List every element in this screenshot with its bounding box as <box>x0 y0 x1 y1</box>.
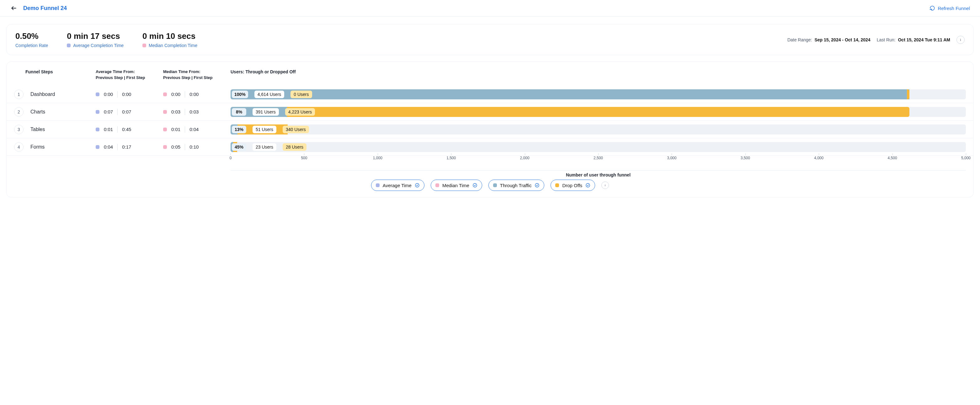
table-row: 4 Forms 0:040:17 0:050:10 45% 23 Users 2… <box>6 138 974 156</box>
dropoff-swatch-icon <box>555 183 559 187</box>
funnel-bar[interactable]: 8% 391 Users 4,223 Users <box>231 107 966 117</box>
avg-dot-icon <box>95 110 99 114</box>
dropoff-users-badge: 4,223 Users <box>285 108 315 116</box>
median-time-cell: 0:050:10 <box>163 144 231 150</box>
axis-label: Number of user through funnel <box>566 172 630 178</box>
funnel-bar[interactable]: 100% 4,614 Users 0 Users <box>231 89 966 99</box>
column-header-users: Users: Through or Dropped Off <box>231 69 966 80</box>
median-time-cell: 0:000:00 <box>163 91 231 97</box>
page-title: Demo Funnel 24 <box>23 5 67 11</box>
svg-point-6 <box>586 183 590 187</box>
top-bar: Demo Funnel 24 Refresh Funnel <box>0 0 980 17</box>
check-circle-icon <box>473 183 477 188</box>
legend-label: Median Time <box>442 183 469 188</box>
avg-time-cell: 0:070:07 <box>95 109 163 115</box>
info-icon <box>958 38 963 42</box>
legend-chip-through-traffic[interactable]: Through Traffic <box>488 179 544 191</box>
median-completion-label: Median Completion Time <box>149 43 197 48</box>
avg-dot-icon <box>95 127 99 131</box>
arrow-left-icon <box>11 5 17 11</box>
check-circle-icon <box>415 183 420 188</box>
through-swatch-icon <box>493 183 497 187</box>
step-number: 4 <box>14 142 24 152</box>
column-header-avg-time: Average Time From: Previous Step | First… <box>95 69 163 80</box>
users-bar-cell: 45% 23 Users 28 Users <box>231 141 966 153</box>
info-icon <box>603 183 607 187</box>
last-run-label: Last Run: <box>877 37 896 42</box>
avg-completion-metric: 0 min 17 secs Average Completion Time <box>67 31 124 48</box>
svg-point-5 <box>535 183 539 187</box>
legend-label: Drop Offs <box>562 183 582 188</box>
users-bar-cell: 13% 51 Users 340 Users <box>231 123 966 136</box>
funnel-bar[interactable]: 45% 23 Users 28 Users <box>231 142 966 152</box>
funnel-bar[interactable]: 13% 51 Users 340 Users <box>231 124 966 135</box>
avg-time-cell: 0:000:00 <box>95 91 163 97</box>
check-circle-icon <box>535 183 539 188</box>
through-percent-badge: 45% <box>232 143 246 151</box>
table-header: Funnel Steps Average Time From: Previous… <box>6 62 974 86</box>
legend-chip-drop-offs[interactable]: Drop Offs <box>550 179 595 191</box>
refresh-icon <box>929 5 935 11</box>
legend-chip-median-time[interactable]: Median Time <box>431 179 482 191</box>
avg-swatch-icon <box>376 183 380 187</box>
avg-completion-value: 0 min 17 secs <box>67 31 124 41</box>
users-bar-cell: 8% 391 Users 4,223 Users <box>231 106 966 118</box>
dropoff-users-badge: 340 Users <box>283 126 309 133</box>
svg-point-4 <box>473 183 477 187</box>
median-dot-icon <box>163 127 167 131</box>
step-number: 2 <box>14 107 24 117</box>
legend-row: Average Time Median Time Through Traffic… <box>6 179 974 191</box>
avg-time-cell: 0:010:45 <box>95 126 163 133</box>
step-name: Dashboard <box>30 92 55 97</box>
median-dot-icon <box>163 145 167 149</box>
step-name: Charts <box>30 109 45 115</box>
dropoff-users-badge: 28 Users <box>283 143 307 151</box>
date-range-label: Date Range: <box>788 37 812 42</box>
avg-dot-icon <box>67 44 71 47</box>
last-run-value: Oct 15, 2024 Tue 9:11 AM <box>898 37 950 42</box>
table-row: 2 Charts 0:070:07 0:030:03 8% 391 Users … <box>6 103 974 121</box>
median-dot-icon <box>142 44 146 47</box>
users-bar-cell: 100% 4,614 Users 0 Users <box>231 88 966 101</box>
funnel-table-card: Funnel Steps Average Time From: Previous… <box>6 62 974 197</box>
median-completion-value: 0 min 10 secs <box>142 31 197 41</box>
through-users-badge: 4,614 Users <box>255 91 284 98</box>
median-dot-icon <box>163 92 167 96</box>
svg-point-3 <box>415 183 419 187</box>
dropoff-users-badge: 0 Users <box>291 91 312 98</box>
date-range-value: Sep 15, 2024 - Oct 14, 2024 <box>815 37 870 42</box>
through-percent-badge: 100% <box>232 91 248 98</box>
through-users-badge: 23 Users <box>253 143 276 151</box>
column-header-median-time: Median Time From: Previous Step | First … <box>163 69 231 80</box>
median-swatch-icon <box>436 183 439 187</box>
refresh-label: Refresh Funnel <box>938 6 970 11</box>
median-completion-metric: 0 min 10 secs Median Completion Time <box>142 31 197 48</box>
svg-point-2 <box>960 38 961 39</box>
summary-card: 0.50% Completion Rate 0 min 17 secs Aver… <box>6 24 974 55</box>
column-header-steps: Funnel Steps <box>14 69 95 80</box>
avg-dot-icon <box>95 145 99 149</box>
through-percent-badge: 8% <box>232 108 246 116</box>
legend-label: Through Traffic <box>500 183 532 188</box>
through-users-badge: 51 Users <box>253 126 276 133</box>
check-circle-icon <box>585 183 590 188</box>
summary-info-button[interactable] <box>956 36 965 44</box>
table-row: 1 Dashboard 0:000:00 0:000:00 100% 4,614… <box>6 86 974 103</box>
step-name: Forms <box>30 144 45 150</box>
step-number: 3 <box>14 125 24 134</box>
legend-info-button[interactable] <box>601 181 609 189</box>
table-row: 3 Tables 0:010:45 0:010:04 13% 51 Users … <box>6 121 974 138</box>
legend-chip-average-time[interactable]: Average Time <box>371 179 425 191</box>
median-time-cell: 0:030:03 <box>163 109 231 115</box>
back-button[interactable] <box>10 5 18 12</box>
avg-completion-label: Average Completion Time <box>73 43 124 48</box>
chart-x-axis: 0 500 1,000 1,500 2,000 2,500 3,000 3,50… <box>231 156 966 172</box>
completion-rate-metric: 0.50% Completion Rate <box>15 31 48 48</box>
through-percent-badge: 13% <box>232 126 246 133</box>
step-number: 1 <box>14 90 24 99</box>
refresh-funnel-button[interactable]: Refresh Funnel <box>929 5 970 11</box>
step-name: Tables <box>30 127 45 132</box>
avg-dot-icon <box>95 92 99 96</box>
legend-label: Average Time <box>383 183 412 188</box>
avg-time-cell: 0:040:17 <box>95 144 163 150</box>
